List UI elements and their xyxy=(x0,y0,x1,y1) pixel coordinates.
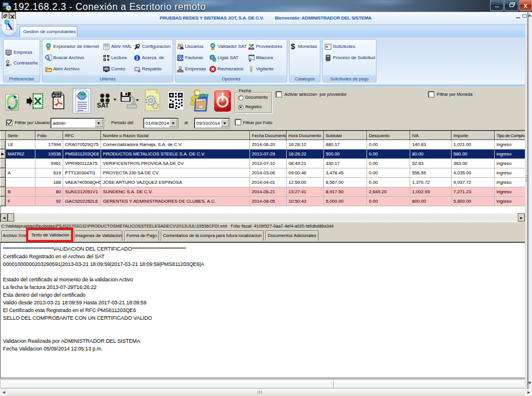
svg-text:PDF: PDF xyxy=(53,93,61,98)
svg-text:SAT: SAT xyxy=(97,102,109,109)
